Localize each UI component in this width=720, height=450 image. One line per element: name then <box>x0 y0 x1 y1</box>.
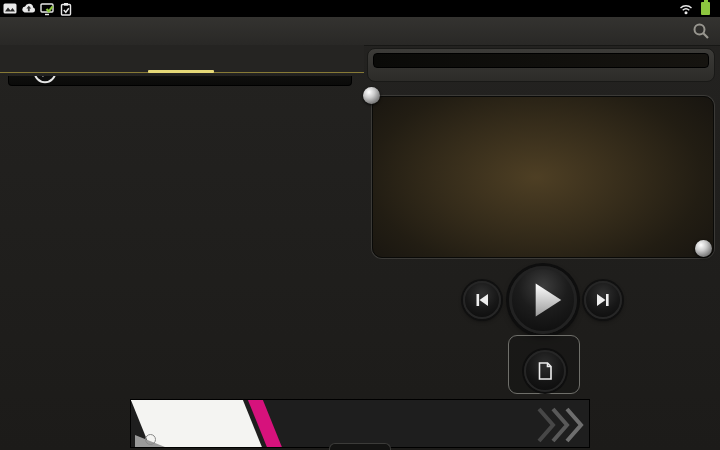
tab-active-underline <box>148 70 214 73</box>
track-list <box>8 76 352 89</box>
skip-start-button[interactable] <box>463 281 501 319</box>
skip-end-icon <box>594 291 612 309</box>
ad-info-icon[interactable] <box>145 434 156 445</box>
gallery-icon <box>3 2 17 15</box>
play-icon <box>33 76 57 84</box>
waveform <box>373 97 713 257</box>
play-icon <box>512 266 574 334</box>
bottom-pull-handle[interactable] <box>329 443 391 450</box>
skip-start-icon <box>473 291 491 309</box>
chevrons-icon <box>535 405 587 445</box>
search-button[interactable] <box>692 22 710 40</box>
play-button[interactable] <box>509 266 577 334</box>
trim-end-handle[interactable] <box>695 240 712 257</box>
notification-icons <box>0 2 73 16</box>
save-file-icon <box>535 361 555 381</box>
cloud-upload-icon <box>21 2 36 15</box>
search-icon <box>692 22 710 40</box>
status-bar <box>0 0 720 17</box>
wifi-icon <box>679 3 693 15</box>
ad-banner[interactable] <box>130 399 590 448</box>
screen-check-icon <box>40 2 55 16</box>
now-playing-bar <box>373 53 709 68</box>
tab-bar <box>0 45 364 74</box>
skip-end-button[interactable] <box>584 281 622 319</box>
track-list-partial-row[interactable] <box>8 76 352 86</box>
battery-icon <box>701 2 710 15</box>
clipboard-check-icon <box>59 2 73 16</box>
app-header <box>0 17 720 46</box>
waveform-editor[interactable] <box>372 96 714 258</box>
save-button[interactable] <box>524 350 566 392</box>
row-play-button[interactable] <box>33 76 57 84</box>
save-panel <box>508 335 580 394</box>
now-playing-panel <box>367 48 715 82</box>
trim-start-handle[interactable] <box>363 87 380 104</box>
app-root <box>0 0 720 450</box>
